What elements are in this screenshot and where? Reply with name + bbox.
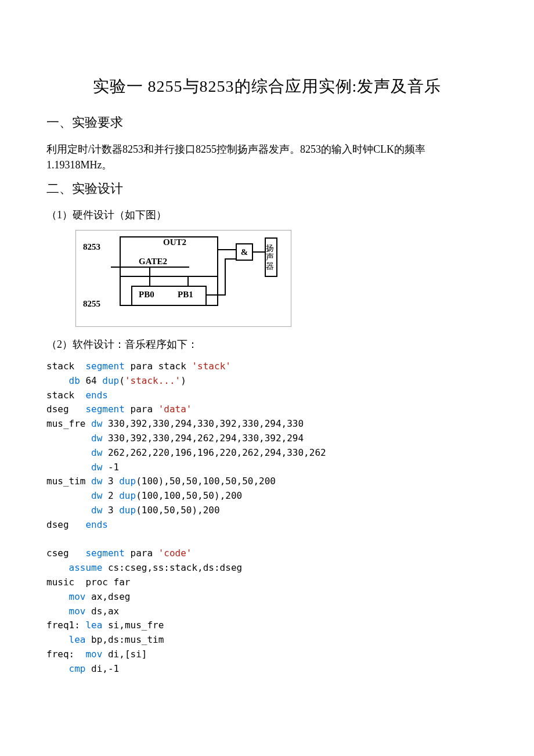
- diagram-label-out2: OUT2: [163, 237, 186, 247]
- code-l22b: cmp: [69, 663, 86, 674]
- code-l09c: 3: [102, 476, 119, 487]
- code-l19a: freq1:: [46, 620, 85, 631]
- code-l09b: dw: [91, 476, 102, 487]
- diagram-label-gate2: GATE2: [139, 257, 167, 267]
- code-l21c: di,[si]: [102, 649, 147, 660]
- code-l10d: dup: [119, 490, 136, 501]
- code-l15c: cs:cseg,ss:stack,ds:dseg: [102, 562, 242, 573]
- code-l17a: [46, 591, 69, 602]
- code-l02g: ): [181, 375, 186, 386]
- code-l04a: dseg: [46, 404, 85, 415]
- code-l07b: dw: [91, 447, 102, 458]
- code-l03a: stack: [46, 390, 85, 401]
- code-l11d: dup: [119, 505, 136, 516]
- code-l04b: segment: [85, 404, 124, 415]
- code-l14d: 'code': [158, 548, 192, 559]
- section-2-heading: 二、实验设计: [46, 180, 488, 197]
- code-l17b: mov: [69, 591, 86, 602]
- code-l20b: lea: [69, 634, 86, 645]
- diagram-line-and-speaker: [253, 251, 265, 253]
- code-l09d: dup: [119, 476, 136, 487]
- code-l06b: dw: [91, 433, 102, 444]
- code-l04c: para: [125, 404, 158, 415]
- code-l02e: (: [119, 375, 125, 386]
- code-l10e: (100,100,50,50),200: [136, 490, 242, 501]
- code-l20c: bp,ds:mus_tim: [85, 634, 164, 645]
- code-l11c: 3: [102, 505, 119, 516]
- code-l01a: stack: [46, 361, 85, 372]
- code-l18b: mov: [69, 606, 86, 617]
- code-l01c: para stack: [125, 361, 192, 372]
- diagram-line-pb1-right-v: [225, 258, 226, 294]
- code-l21b: mov: [85, 649, 102, 660]
- code-l08a: [46, 462, 91, 473]
- diagram-line-pb0-up: [149, 267, 150, 286]
- code-l08b: dw: [91, 462, 102, 473]
- diagram-and-label: &: [241, 247, 248, 257]
- code-l02f: 'stack...': [125, 375, 181, 386]
- diagram-and-gate: &: [236, 243, 253, 261]
- code-l15a: [46, 562, 69, 573]
- requirement-text: 利用定时/计数器8253和并行接口8255控制扬声器发声。8253的输入时钟CL…: [46, 142, 488, 173]
- code-l14c: para: [125, 548, 158, 559]
- code-l12b: ends: [85, 519, 108, 530]
- code-l14b: segment: [85, 548, 124, 559]
- diagram-label-8255: 8255: [83, 299, 100, 309]
- diagram-line-divider: [120, 276, 218, 277]
- diagram-label-8253: 8253: [83, 242, 100, 252]
- code-l08c: -1: [102, 462, 119, 473]
- code-l05b: dw: [91, 418, 102, 429]
- code-l07c: 262,262,220,196,196,220,262,294,330,262: [102, 447, 326, 458]
- code-l09a: mus_tim: [46, 476, 91, 487]
- code-l04d: 'data': [158, 404, 192, 415]
- code-l05c: 330,392,330,294,330,392,330,294,330: [102, 418, 304, 429]
- code-l05a: mus_fre: [46, 418, 91, 429]
- diagram-line-to-and-bottom: [225, 258, 236, 260]
- diagram-label-pb1: PB1: [178, 290, 193, 300]
- code-l02b: db: [69, 375, 80, 386]
- code-block: stack segment para stack 'stack' db 64 d…: [46, 359, 488, 676]
- section-1-heading: 一、实验要求: [46, 114, 488, 131]
- code-l10a: [46, 490, 91, 501]
- code-l21a: freq:: [46, 649, 85, 660]
- code-l19b: lea: [85, 620, 102, 631]
- code-l06c: 330,392,330,294,262,294,330,392,294: [102, 433, 304, 444]
- hardware-heading: （1）硬件设计（如下图）: [46, 208, 488, 222]
- page-container: 实验一 8255与8253的综合应用实例:发声及音乐 一、实验要求 利用定时/计…: [0, 0, 534, 756]
- code-l22a: [46, 663, 69, 674]
- code-l14a: cseg: [46, 548, 85, 559]
- diagram-label-pb0: PB0: [139, 290, 154, 300]
- code-l20a: [46, 634, 69, 645]
- hardware-diagram-wrap: 8253 8255 OUT2 GATE2 PB0 PB1: [75, 230, 488, 327]
- code-l01d: 'stack': [192, 361, 230, 372]
- code-l06a: [46, 433, 91, 444]
- code-l16a: music proc far: [46, 577, 131, 588]
- code-l17c: ax,dseg: [85, 591, 130, 602]
- software-heading: （2）软件设计：音乐程序如下：: [46, 337, 488, 351]
- code-l11a: [46, 505, 91, 516]
- code-l03b: ends: [85, 390, 108, 401]
- code-l01b: segment: [85, 361, 124, 372]
- code-l11e: (100,50,50),200: [136, 505, 220, 516]
- diagram-label-speaker: 扬声器: [266, 244, 276, 271]
- diagram-line-pb1-h: [207, 294, 226, 296]
- code-l02c: 64: [80, 375, 103, 386]
- code-l09e: (100),50,50,100,50,50,200: [136, 476, 276, 487]
- code-l12a: dseg: [46, 519, 85, 530]
- code-l18c: ds,ax: [85, 606, 119, 617]
- diagram-line-pb1-up1: [187, 276, 189, 286]
- code-l18a: [46, 606, 69, 617]
- code-l02a: [46, 375, 69, 386]
- code-l10b: dw: [91, 490, 102, 501]
- code-l11b: dw: [91, 505, 102, 516]
- code-l22c: di,-1: [85, 663, 119, 674]
- page-title: 实验一 8255与8253的综合应用实例:发声及音乐: [46, 75, 488, 98]
- code-l15b: assume: [69, 562, 103, 573]
- diagram-line-out2: [218, 249, 236, 250]
- diagram-speaker-box: 扬声器: [265, 237, 277, 277]
- code-l02d: dup: [102, 375, 119, 386]
- code-l10c: 2: [102, 490, 119, 501]
- code-l07a: [46, 447, 91, 458]
- code-l19c: si,mus_fre: [102, 620, 164, 631]
- hardware-diagram: 8253 8255 OUT2 GATE2 PB0 PB1: [75, 230, 291, 327]
